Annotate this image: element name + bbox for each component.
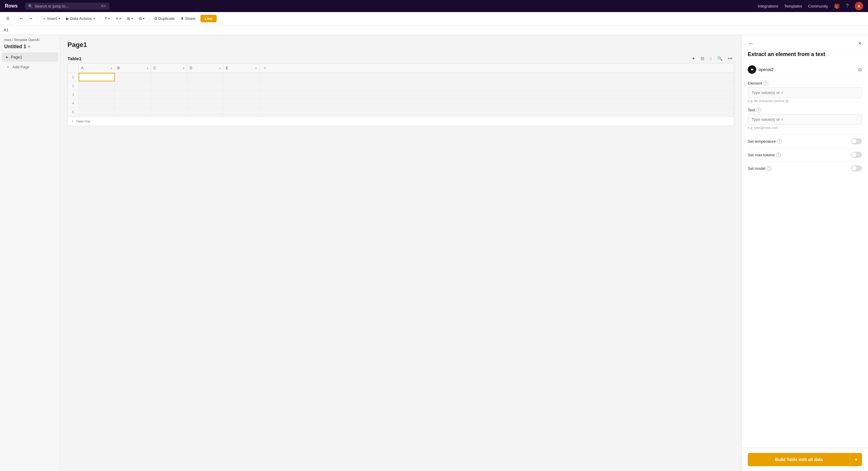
help-icon[interactable]: ? bbox=[846, 3, 849, 9]
grid-header-col-e[interactable]: E ▾ bbox=[223, 64, 259, 73]
add-page-button[interactable]: ＋ Add Page bbox=[2, 62, 58, 72]
col-a-chevron-icon[interactable]: ▾ bbox=[111, 67, 112, 70]
element-help-icon[interactable]: ? bbox=[764, 81, 768, 86]
provider-row: ✦ openai2 ⚙ bbox=[748, 62, 862, 77]
doc-title-chevron-icon[interactable]: ▾ bbox=[28, 44, 30, 49]
grid-cell-c2[interactable] bbox=[151, 81, 187, 90]
set-model-toggle[interactable] bbox=[851, 165, 862, 171]
set-max-tokens-text: Set max tokens bbox=[748, 153, 775, 157]
share-button[interactable]: ⬆ Share bbox=[178, 15, 198, 22]
grid-cell-d3[interactable] bbox=[187, 90, 223, 99]
undo-button[interactable]: ↩ bbox=[17, 15, 25, 22]
table-filter-button[interactable]: ⊟ bbox=[699, 55, 706, 62]
panel-back-button[interactable]: ← bbox=[748, 40, 754, 47]
sidebar: rows / Template OpenAI Untitled 1 ▾ ▶ Pa… bbox=[0, 35, 60, 471]
text-chevron-icon: ▾ bbox=[108, 17, 110, 20]
grid-cell-d2[interactable] bbox=[187, 81, 223, 90]
set-model-text: Set model bbox=[748, 166, 766, 171]
grid-cell-d1[interactable] bbox=[187, 73, 223, 81]
col-c-chevron-icon[interactable]: ▾ bbox=[183, 67, 184, 70]
grid-cell-c5[interactable] bbox=[151, 108, 187, 116]
insert-button[interactable]: ＋ Insert ▾ bbox=[40, 14, 62, 23]
data-actions-button[interactable]: ▶ Data Actions ▾ bbox=[64, 15, 97, 22]
grid-cell-c4[interactable] bbox=[151, 99, 187, 107]
panel-title: Extract an element from a text bbox=[742, 51, 868, 62]
grid-cell-e4[interactable] bbox=[223, 99, 259, 107]
align-button[interactable]: ≡ ▾ bbox=[113, 15, 123, 22]
text-help-icon[interactable]: ? bbox=[756, 107, 761, 112]
set-max-tokens-toggle[interactable] bbox=[851, 152, 862, 158]
grid-header-col-b[interactable]: B ▾ bbox=[115, 64, 151, 73]
grid-cell-e3[interactable] bbox=[223, 90, 259, 99]
grid-cell-c1[interactable] bbox=[151, 73, 187, 81]
text-format-button[interactable]: T ▾ bbox=[102, 15, 113, 22]
build-table-dropdown-button[interactable]: ▾ bbox=[850, 453, 862, 466]
grid-header-col-c[interactable]: C ▾ bbox=[151, 64, 187, 73]
grid-cell-d5[interactable] bbox=[187, 108, 223, 116]
grid-row-1-num: 1 bbox=[68, 73, 79, 81]
gift-icon[interactable]: 🎁 bbox=[834, 3, 840, 9]
grid-header-add-col[interactable]: + bbox=[259, 64, 270, 73]
set-temperature-help-icon[interactable]: ? bbox=[777, 139, 782, 144]
table-sort-button[interactable]: ↕ bbox=[708, 55, 714, 62]
sidebar-item-page1[interactable]: ▶ Page1 bbox=[2, 53, 58, 62]
grid-header-col-a[interactable]: A ▾ bbox=[79, 64, 115, 73]
page-arrow-icon: ▶ bbox=[6, 56, 8, 59]
duplicate-button[interactable]: ⧉ Duplicate bbox=[152, 15, 177, 23]
panel-toggle-button[interactable]: ☰ bbox=[4, 15, 12, 22]
col-d-chevron-icon[interactable]: ▾ bbox=[219, 67, 221, 70]
avatar[interactable]: A bbox=[855, 2, 863, 10]
grid-cell-e1[interactable] bbox=[223, 73, 259, 81]
set-max-tokens-help-icon[interactable]: ? bbox=[776, 153, 781, 157]
text-input[interactable] bbox=[748, 114, 862, 125]
grid-cell-b5[interactable] bbox=[115, 108, 151, 116]
col-b-chevron-icon[interactable]: ▾ bbox=[147, 67, 148, 70]
grid-cell-b1[interactable] bbox=[115, 73, 151, 81]
grid-cell-b2[interactable] bbox=[115, 81, 151, 90]
redo-button[interactable]: ↪ bbox=[27, 15, 35, 22]
live-button[interactable]: Live bbox=[200, 15, 217, 22]
grid-cell-a4[interactable] bbox=[79, 99, 115, 107]
set-max-tokens-row: Set max tokens ? bbox=[748, 148, 862, 161]
grid-cell-a2[interactable] bbox=[79, 81, 115, 90]
doc-title-text: Untitled 1 bbox=[4, 44, 26, 49]
grid-header-row: A ▾ B ▾ C ▾ D ▾ E ▾ + bbox=[68, 64, 734, 73]
table-search-button[interactable]: 🔍 bbox=[715, 55, 724, 62]
grid-cell-a1-end bbox=[259, 73, 270, 81]
element-input[interactable] bbox=[748, 87, 862, 98]
templates-link[interactable]: Templates bbox=[784, 4, 802, 8]
search-bar[interactable]: 🔍 Search or jump to... ⌘K bbox=[25, 3, 110, 10]
new-row-button[interactable]: ＋ New row bbox=[68, 116, 734, 126]
cell-type-button[interactable]: ⊞ ▾ bbox=[124, 15, 135, 22]
community-link[interactable]: Community bbox=[808, 4, 828, 8]
table-more-button[interactable]: ••• bbox=[726, 55, 734, 62]
data-actions-chevron-icon: ▾ bbox=[93, 17, 95, 20]
grid-cell-b3[interactable] bbox=[115, 90, 151, 99]
table-sparkle-button[interactable]: ✦ bbox=[690, 55, 697, 62]
text-icon: T bbox=[105, 16, 107, 21]
grid-cell-a3-end bbox=[259, 90, 270, 99]
build-table-button[interactable]: Build Table with all data bbox=[748, 453, 850, 466]
table-options-button[interactable]: ⧉ ▾ bbox=[136, 15, 147, 23]
grid-cell-a1[interactable] bbox=[79, 73, 115, 81]
grid-row-5: 5 bbox=[68, 108, 734, 116]
grid-header-col-d[interactable]: D ▾ bbox=[187, 64, 223, 73]
integrations-link[interactable]: Integrations bbox=[758, 4, 778, 8]
grid-cell-c3[interactable] bbox=[151, 90, 187, 99]
grid-cell-e5[interactable] bbox=[223, 108, 259, 116]
grid-cell-e2[interactable] bbox=[223, 81, 259, 90]
col-e-chevron-icon[interactable]: ▾ bbox=[255, 67, 257, 70]
grid-cell-a3[interactable] bbox=[79, 90, 115, 99]
grid-cell-d4[interactable] bbox=[187, 99, 223, 107]
insert-label: Insert bbox=[47, 16, 57, 21]
new-row-label: New row bbox=[76, 119, 90, 124]
grid-row-2-num: 2 bbox=[68, 81, 79, 90]
grid-cell-a5[interactable] bbox=[79, 108, 115, 116]
provider-settings-button[interactable]: ⚙ bbox=[858, 67, 862, 73]
set-temperature-toggle[interactable] bbox=[851, 138, 862, 144]
grid-cell-b4[interactable] bbox=[115, 99, 151, 107]
set-max-tokens-label: Set max tokens ? bbox=[748, 153, 781, 157]
cell-reference-bar: A1 bbox=[0, 25, 868, 35]
set-model-help-icon[interactable]: ? bbox=[767, 166, 772, 171]
panel-close-button[interactable]: × bbox=[858, 40, 862, 47]
